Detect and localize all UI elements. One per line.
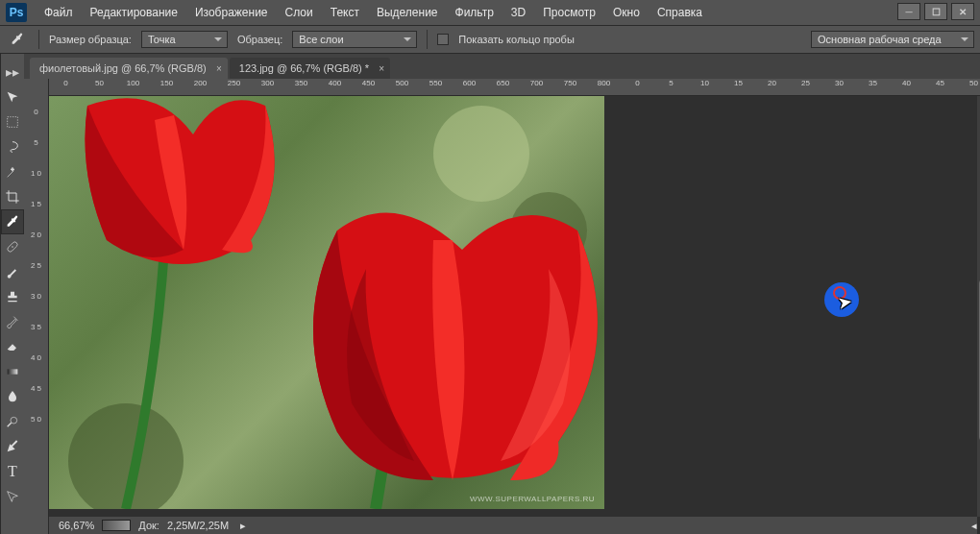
- eraser-tool[interactable]: [1, 334, 24, 359]
- menu-image[interactable]: Изображение: [187, 2, 276, 23]
- sample-label: Образец:: [237, 34, 282, 45]
- blur-tool[interactable]: [1, 384, 24, 409]
- document-tab-active[interactable]: 123.jpg @ 66,7% (RGB/8) * ×: [230, 58, 390, 79]
- maximize-button[interactable]: ☐: [924, 3, 947, 20]
- image-watermark: WWW.SUPERWALLPAPERS.RU: [470, 495, 595, 503]
- app-logo: Ps: [6, 3, 27, 22]
- zoom-level[interactable]: 66,67%: [59, 520, 94, 531]
- wand-tool[interactable]: [1, 159, 24, 184]
- menu-view[interactable]: Просмотр: [535, 2, 603, 23]
- show-sampling-ring-checkbox[interactable]: [437, 34, 449, 45]
- document-tab-label: фиолетовый.jpg @ 66,7% (RGB/8): [39, 62, 207, 74]
- document-tab[interactable]: фиолетовый.jpg @ 66,7% (RGB/8) ×: [30, 58, 228, 79]
- preview-icon[interactable]: [102, 520, 131, 531]
- gradient-tool[interactable]: [1, 359, 24, 384]
- cursor-arrow-icon: ➤: [836, 291, 854, 314]
- workspace-dropdown[interactable]: Основная рабочая среда: [811, 31, 974, 48]
- sample-size-label: Размер образца:: [49, 34, 132, 45]
- menu-3d[interactable]: 3D: [503, 2, 533, 23]
- svg-point-2: [12, 246, 12, 247]
- svg-point-4: [11, 417, 17, 424]
- close-tab-icon[interactable]: ×: [379, 63, 384, 74]
- stamp-tool[interactable]: [1, 284, 24, 309]
- close-tab-icon[interactable]: ×: [216, 63, 222, 74]
- document-image: WWW.SUPERWALLPAPERS.RU: [49, 96, 604, 509]
- show-sampling-ring-label: Показать кольцо пробы: [458, 34, 575, 45]
- heal-tool[interactable]: [1, 234, 24, 259]
- menu-filter[interactable]: Фильтр: [448, 2, 502, 23]
- vertical-ruler[interactable]: 05 1 01 5 2 02 5 3 03 5 4 04 5 5 0: [24, 79, 49, 534]
- menu-help[interactable]: Справка: [649, 2, 710, 23]
- menu-window[interactable]: Окно: [605, 2, 648, 23]
- marquee-tool[interactable]: [1, 109, 24, 134]
- lasso-tool[interactable]: [1, 134, 24, 159]
- tools-panel: ▸▸ T: [1, 54, 24, 534]
- window-controls: ─ ☐ ✕: [897, 3, 974, 20]
- history-brush-tool[interactable]: [1, 309, 24, 334]
- main-menu: Файл Редактирование Изображение Слои Тек…: [37, 2, 710, 23]
- menu-file[interactable]: Файл: [37, 2, 81, 23]
- eyedropper-indicator-icon[interactable]: [6, 28, 29, 51]
- document-tabs: фиолетовый.jpg @ 66,7% (RGB/8) × 123.jpg…: [24, 54, 980, 79]
- svg-point-5: [433, 106, 529, 202]
- brush-tool[interactable]: [1, 259, 24, 284]
- menu-bar: Ps Файл Редактирование Изображение Слои …: [0, 0, 980, 25]
- sample-source-dropdown[interactable]: Все слои: [292, 31, 417, 48]
- svg-rect-0: [8, 117, 18, 128]
- close-button[interactable]: ✕: [951, 3, 974, 20]
- tool-expand-icon[interactable]: ▸▸: [1, 60, 24, 85]
- menu-select[interactable]: Выделение: [369, 2, 446, 23]
- path-select-tool[interactable]: [1, 484, 24, 509]
- eyedropper-tool[interactable]: [1, 209, 24, 234]
- menu-edit[interactable]: Редактирование: [83, 2, 185, 23]
- options-bar: Размер образца: Точка Образец: Все слои …: [0, 25, 980, 54]
- doc-size-value: 2,25M/2,25M: [167, 520, 229, 531]
- move-tool[interactable]: [1, 85, 24, 109]
- pen-tool[interactable]: [1, 434, 24, 459]
- menu-layers[interactable]: Слои: [278, 2, 321, 23]
- status-bar: 66,67% Док: 2,25M/2,25M ▸ ◂: [49, 517, 977, 534]
- minimize-button[interactable]: ─: [897, 3, 920, 20]
- cursor-highlight-annotation: ➤: [824, 282, 859, 317]
- dodge-tool[interactable]: [1, 409, 24, 434]
- svg-rect-3: [8, 369, 18, 374]
- crop-tool[interactable]: [1, 184, 24, 209]
- hscroll-left-icon[interactable]: ◂: [971, 520, 977, 532]
- sample-size-dropdown[interactable]: Точка: [141, 31, 228, 48]
- type-tool[interactable]: T: [1, 459, 24, 484]
- document-tab-label: 123.jpg @ 66,7% (RGB/8) *: [239, 62, 369, 74]
- menu-type[interactable]: Текст: [323, 2, 367, 23]
- horizontal-ruler[interactable]: 050 100150 200250 300350 400450 500550 6…: [49, 79, 980, 96]
- status-more-icon[interactable]: ▸: [240, 520, 246, 532]
- doc-size-label: Док:: [138, 520, 159, 531]
